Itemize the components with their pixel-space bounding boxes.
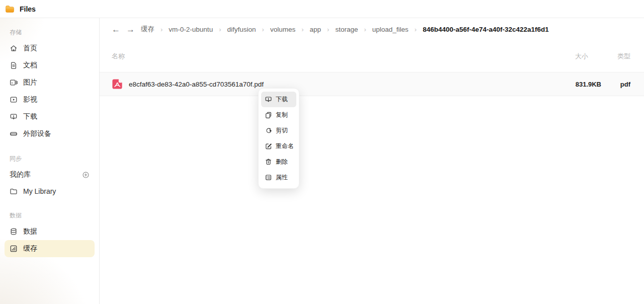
copy-icon	[265, 111, 272, 119]
chevron-separator: ›	[301, 26, 303, 33]
pictures-icon	[10, 79, 18, 87]
menu-item-label: 属性	[276, 173, 288, 182]
app-titlebar: Files	[0, 0, 644, 18]
sidebar-item-label: 下载	[23, 112, 37, 121]
menu-item-label: 复制	[276, 111, 288, 119]
back-button[interactable]: ←	[112, 25, 120, 34]
sidebar-section-data: 数据	[10, 211, 90, 220]
menu-item-cut[interactable]: 剪切	[261, 123, 296, 138]
sidebar-item-documents[interactable]: 文档	[5, 57, 95, 74]
sidebar-item-label: 外部设备	[23, 129, 51, 138]
column-header-type[interactable]: 类型	[601, 52, 630, 61]
folder-icon	[10, 187, 18, 195]
sidebar-item-downloads[interactable]: 下载	[5, 108, 95, 125]
sidebar-item-label: My Library	[23, 187, 56, 195]
menu-item-properties[interactable]: 属性	[261, 170, 296, 185]
app-title: Files	[20, 5, 36, 13]
sidebar-item-home[interactable]: 首页	[5, 40, 95, 57]
pdf-file-icon	[112, 79, 123, 90]
menu-item-label: 重命名	[276, 142, 294, 150]
file-list-header: 名称 大小 类型	[100, 51, 644, 61]
breadcrumb-item-current[interactable]: 846b4400-a56f-4e74-a40f-32c422a1f6d1	[423, 26, 549, 33]
breadcrumb-item[interactable]: app	[310, 26, 321, 33]
video-icon	[10, 96, 18, 104]
file-type: pdf	[601, 81, 630, 88]
rename-icon	[265, 142, 272, 150]
column-header-size[interactable]: 大小	[546, 52, 601, 61]
sidebar-item-my-library[interactable]: My Library	[5, 183, 95, 199]
library-group-label: 我的库	[10, 170, 31, 179]
file-name: e8cfaf63-de83-42a0-a855-cd703561a70f.pdf	[129, 81, 264, 88]
cache-icon	[10, 245, 18, 253]
sidebar-item-pictures[interactable]: 图片	[5, 74, 95, 91]
context-menu: 下载 复制 剪切 重命名	[258, 88, 299, 189]
sidebar-item-label: 影视	[23, 95, 37, 104]
forward-button[interactable]: →	[126, 25, 135, 34]
menu-item-download[interactable]: 下载	[261, 92, 296, 107]
menu-item-copy[interactable]: 复制	[261, 107, 296, 123]
sidebar-item-label: 缓存	[23, 244, 37, 253]
menu-item-label: 删除	[276, 158, 288, 166]
sidebar-section-storage: 存储	[10, 28, 90, 37]
breadcrumb-item[interactable]: upload_files	[372, 26, 409, 33]
chevron-separator: ›	[262, 26, 264, 33]
file-size: 831.9KB	[546, 81, 601, 88]
home-icon	[10, 44, 18, 52]
sidebar-section-sync: 同步	[10, 155, 90, 163]
menu-item-delete[interactable]: 删除	[261, 154, 296, 170]
sidebar-item-label: 文档	[23, 61, 37, 70]
file-row[interactable]: e8cfaf63-de83-42a0-a855-cd703561a70f.pdf…	[100, 72, 644, 96]
chevron-separator: ›	[364, 26, 366, 33]
sidebar-item-data[interactable]: 数据	[5, 223, 95, 240]
sidebar-item-external-devices[interactable]: 外部设备	[5, 125, 95, 142]
document-icon	[10, 61, 18, 69]
chevron-separator: ›	[327, 26, 329, 33]
plus-circle-icon[interactable]	[82, 171, 90, 179]
chevron-separator: ›	[160, 26, 163, 33]
breadcrumb-item[interactable]: 缓存	[141, 25, 154, 34]
folder-logo-icon	[5, 5, 15, 13]
chevron-separator: ›	[219, 26, 221, 33]
sidebar-item-label: 数据	[23, 227, 37, 236]
sidebar-item-label: 图片	[23, 78, 37, 87]
sidebar: 存储 首页 文档	[0, 18, 100, 304]
sidebar-item-label: 首页	[23, 44, 37, 53]
breadcrumb-item[interactable]: difyfusion	[227, 26, 256, 33]
breadcrumb: ← → 缓存 › vm-0-2-ubuntu › difyfusion › vo…	[112, 24, 644, 35]
menu-item-rename[interactable]: 重命名	[261, 138, 296, 154]
sidebar-item-cache[interactable]: 缓存	[5, 240, 95, 257]
main-panel: ← → 缓存 › vm-0-2-ubuntu › difyfusion › vo…	[100, 18, 644, 304]
database-icon	[10, 227, 18, 236]
trash-icon	[265, 158, 272, 166]
library-group-row: 我的库	[5, 166, 95, 183]
drive-icon	[10, 130, 18, 138]
sidebar-item-videos[interactable]: 影视	[5, 91, 95, 108]
menu-item-label: 剪切	[276, 126, 288, 135]
breadcrumb-item[interactable]: vm-0-2-ubuntu	[169, 26, 213, 33]
download-icon	[10, 113, 18, 121]
column-header-name[interactable]: 名称	[112, 52, 546, 61]
breadcrumb-item[interactable]: storage	[335, 26, 358, 33]
download-icon	[265, 96, 272, 103]
breadcrumb-item[interactable]: volumes	[270, 26, 295, 33]
chevron-separator: ›	[415, 26, 417, 33]
cut-icon	[265, 127, 272, 134]
menu-item-label: 下载	[276, 95, 288, 104]
properties-icon	[265, 174, 272, 181]
